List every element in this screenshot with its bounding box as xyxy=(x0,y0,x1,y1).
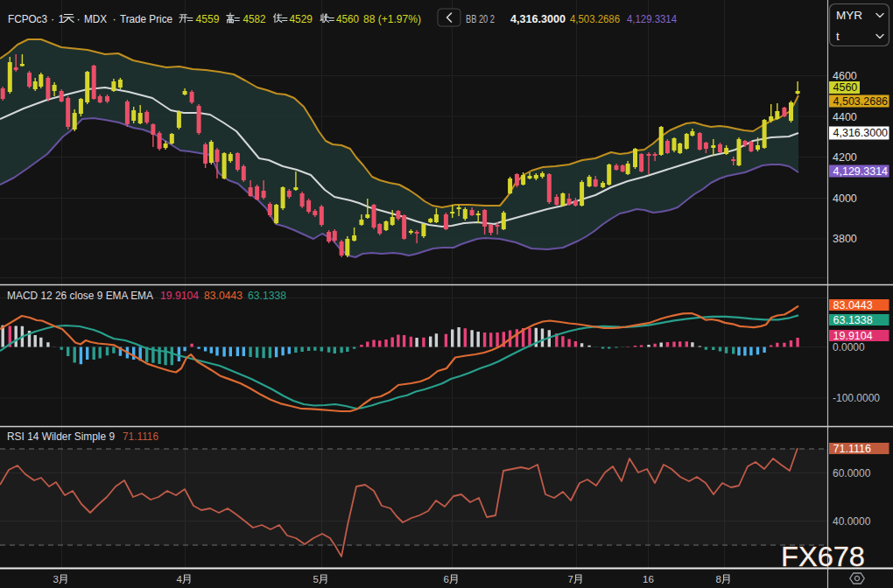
svg-text:4,129.3314: 4,129.3314 xyxy=(833,165,889,178)
svg-text:4600: 4600 xyxy=(833,70,857,82)
svg-text:4560: 4560 xyxy=(336,13,359,25)
svg-text:BB 20 2: BB 20 2 xyxy=(466,13,495,25)
svg-text:88 (+1.97%): 88 (+1.97%) xyxy=(363,13,421,25)
svg-text:0.0000: 0.0000 xyxy=(833,341,865,354)
svg-text:5: 5 xyxy=(313,574,319,584)
svg-text:RSI 14 Wilder Simple 9: RSI 14 Wilder Simple 9 xyxy=(7,430,115,443)
svg-text:7: 7 xyxy=(568,574,573,584)
svg-text:=: = xyxy=(328,13,334,25)
svg-text:16: 16 xyxy=(643,574,654,584)
svg-text:4000: 4000 xyxy=(833,192,857,205)
svg-text:6: 6 xyxy=(444,574,449,584)
svg-text:FX678: FX678 xyxy=(781,542,865,572)
svg-text:4529: 4529 xyxy=(290,13,313,25)
svg-text:4: 4 xyxy=(177,574,183,584)
svg-text:19.9104: 19.9104 xyxy=(160,290,199,302)
svg-text:4559: 4559 xyxy=(196,13,220,25)
svg-text:4,316.3000: 4,316.3000 xyxy=(510,13,566,25)
svg-text:4200: 4200 xyxy=(833,151,857,164)
svg-text:4,129.3314: 4,129.3314 xyxy=(627,13,677,25)
svg-text:40.0000: 40.0000 xyxy=(833,515,871,528)
svg-text:MYR: MYR xyxy=(836,9,862,22)
svg-text:71.1116: 71.1116 xyxy=(123,430,158,443)
svg-text:4560: 4560 xyxy=(833,81,858,94)
svg-text:1: 1 xyxy=(59,13,65,25)
svg-text:83.0443: 83.0443 xyxy=(204,290,243,302)
svg-text:4,503.2686: 4,503.2686 xyxy=(833,95,889,108)
svg-text:63.1338: 63.1338 xyxy=(833,314,873,326)
svg-text:60.0000: 60.0000 xyxy=(833,467,871,480)
svg-text:3800: 3800 xyxy=(833,233,857,245)
svg-text:t: t xyxy=(836,30,840,43)
svg-text:FCPOc3: FCPOc3 xyxy=(8,13,47,25)
svg-text:4582: 4582 xyxy=(243,13,266,25)
svg-text:63.1338: 63.1338 xyxy=(248,290,286,302)
svg-text:4,503.2686: 4,503.2686 xyxy=(570,13,620,25)
svg-text:MDX: MDX xyxy=(84,13,108,25)
svg-text:MACD 12 26 close 9 EMA EMA: MACD 12 26 close 9 EMA EMA xyxy=(7,290,154,302)
svg-text:=: = xyxy=(187,13,193,25)
svg-text:8: 8 xyxy=(716,574,721,584)
svg-text:·: · xyxy=(113,13,116,25)
svg-text:·: · xyxy=(51,13,54,25)
svg-text:3: 3 xyxy=(53,574,59,584)
svg-text:4400: 4400 xyxy=(833,111,857,123)
svg-text:83.0443: 83.0443 xyxy=(833,299,873,312)
svg-text:71.1116: 71.1116 xyxy=(833,443,871,455)
svg-text:·: · xyxy=(77,13,81,25)
svg-text:=: = xyxy=(234,13,240,25)
svg-text:Trade Price: Trade Price xyxy=(120,13,172,25)
svg-text:=: = xyxy=(282,13,288,25)
svg-text:4,316.3000: 4,316.3000 xyxy=(833,127,889,139)
svg-text:-100.0000: -100.0000 xyxy=(833,392,880,404)
